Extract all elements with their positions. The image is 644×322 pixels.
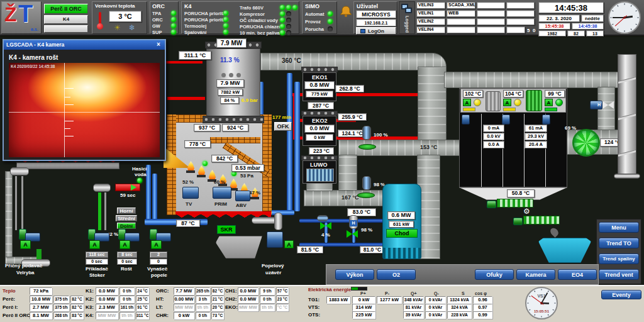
close-icon[interactable]: × xyxy=(157,41,160,48)
furnace-temp-842: 842 °C xyxy=(211,155,238,162)
id-fan-icon[interactable] xyxy=(572,129,600,157)
fan-prim-motor-icon[interactable] xyxy=(213,187,231,199)
trafo-led3 xyxy=(292,5,297,10)
cyclone-dot xyxy=(229,73,233,77)
trend-spaliny-button[interactable]: Trend spaliny xyxy=(599,253,639,264)
eventy-button[interactable]: Eventy xyxy=(601,290,641,299)
trend-vent-button[interactable]: Trend vent xyxy=(599,269,639,280)
grate-middle-button[interactable]: Střední xyxy=(116,215,137,221)
esp-hopper-temp: 50.8 °C xyxy=(507,189,535,197)
plant-select-button[interactable]: Perč II ORC xyxy=(44,4,88,14)
esp-auto-1[interactable]: A xyxy=(463,99,471,106)
feeder3-auto-box[interactable]: A xyxy=(119,240,130,249)
eko2-kw: 0 kW xyxy=(306,134,333,141)
flue-duct-top-right xyxy=(444,72,621,88)
k4-item-porucha1: PORUCHA priorita1 xyxy=(184,11,228,16)
eko1-mw: 0.8 MW xyxy=(304,81,335,89)
gear-icon: ⚙ xyxy=(523,207,530,216)
scada-screen: { "header": { "logo_z": "Ž", "logo_t": "… xyxy=(0,0,644,322)
ash-gate-pump-icon[interactable] xyxy=(267,231,283,248)
furnace-temp-924: 924 °C xyxy=(222,124,248,131)
empty-select-button[interactable] xyxy=(44,25,88,33)
heat-row-label: Perč: xyxy=(3,296,15,302)
feeder4-auto-box[interactable]: A xyxy=(151,240,162,249)
stack-valve-motor-icon[interactable]: H xyxy=(590,101,602,109)
power-table-title: Elektrická energie xyxy=(308,287,351,292)
camera-overlay-timestamp: K4 2020/03/22 14:45:38 xyxy=(11,64,55,69)
valve-small-disc xyxy=(320,222,326,230)
ofk-button[interactable]: OFK xyxy=(274,122,292,131)
camera-window[interactable]: LGSCADA - K4 kamera × K4 - kamera rošt K… xyxy=(3,39,166,161)
logon-button[interactable]: LogOn xyxy=(356,27,396,35)
feeder4-label-2: popele xyxy=(151,272,167,278)
esp-a-right: 20.4 A xyxy=(525,141,547,148)
valve-small-disc xyxy=(326,222,331,230)
feeder1-auto-box[interactable]: A xyxy=(20,240,31,249)
damper2-actuator-icon[interactable] xyxy=(362,176,371,190)
fan-abv-motor-icon[interactable] xyxy=(235,191,250,201)
oc-vody-led2 xyxy=(286,18,291,23)
skr-box[interactable]: SKR xyxy=(217,225,236,234)
camera-titlebar[interactable]: LGSCADA - K4 kamera × xyxy=(4,40,165,50)
alarm-bell-icon[interactable] xyxy=(340,5,352,18)
chimney xyxy=(618,54,636,175)
ash-screw-motor-2 xyxy=(513,218,523,225)
power-header: S xyxy=(462,291,465,296)
unit-select-button[interactable]: K4 xyxy=(44,15,88,24)
furnace-draft-mbar: 0.53 mbar xyxy=(231,164,264,172)
kamera-button[interactable]: Kamera xyxy=(516,269,555,280)
mid-cell: 21 °C xyxy=(211,296,224,303)
feeder2-auto-box[interactable]: A xyxy=(89,240,100,249)
provoz-led xyxy=(328,19,333,24)
ofuky-button[interactable]: Ofuky xyxy=(475,269,514,280)
power-cell-cos: 0.96 xyxy=(473,296,492,304)
valve-small-actuator-icon[interactable] xyxy=(317,215,328,221)
esp-rapper-motor-icon xyxy=(462,114,470,125)
grate-upper-button[interactable]: Horní xyxy=(117,208,136,214)
menu-button[interactable]: Menu xyxy=(599,222,639,233)
user-panel-title: Uživatel xyxy=(357,3,378,9)
trend-to-button[interactable]: Trend TO xyxy=(599,238,639,248)
camera-tick xyxy=(65,136,74,136)
ch-cell: 0.0 MW xyxy=(238,296,258,303)
feeder4-label-1: Vynašeč xyxy=(147,266,167,272)
clock-date: 22. 3. 2020 xyxy=(538,14,580,22)
ash-pipe-left xyxy=(5,171,13,262)
flue-duct-360-temp: 360 °C xyxy=(282,57,301,64)
heat-cell: 83 °C xyxy=(70,312,84,319)
eo4-button[interactable]: EO4 xyxy=(558,269,597,280)
o2-button[interactable]: O2 xyxy=(377,269,416,280)
esp-auto-3[interactable]: A xyxy=(545,99,553,106)
k-cell: 24 °C xyxy=(136,287,149,295)
k-cell: 2.3 MW xyxy=(96,304,118,311)
feeder2-timer-2: 0 sec xyxy=(86,258,108,265)
cyclone-percent: 11.3 % xyxy=(220,57,240,64)
ash-gate-cylinder-h xyxy=(252,217,277,224)
fire-water-valve[interactable] xyxy=(115,184,140,191)
ash-gate-auto-box[interactable]: A xyxy=(284,240,294,248)
k-cell: 91 °C xyxy=(136,304,149,311)
fan-tv-motor-icon[interactable] xyxy=(182,187,199,199)
feeder3-timer-1: 8 sec xyxy=(117,252,137,258)
grate-lower-button[interactable]: Dolní xyxy=(117,223,136,229)
k-cell: 311 °C xyxy=(136,312,149,319)
valve-h-disc xyxy=(347,230,352,238)
transformer-gray-icon xyxy=(486,91,501,111)
k4-item-oc-vody: OČ chladící vody xyxy=(240,18,278,23)
k-row-label: K4: xyxy=(86,313,94,318)
esp-bar-3 xyxy=(545,108,557,111)
vykon-button[interactable]: Výkon xyxy=(335,269,374,280)
clock-day: neděle xyxy=(581,14,604,22)
mid-row-label: ORC: xyxy=(156,288,169,294)
feeder4-timer-2: 0 xyxy=(150,258,167,265)
fire-water-sec: 59 sec xyxy=(120,192,135,198)
terminal-app xyxy=(447,18,475,25)
ch-cell: 0 t/h xyxy=(260,296,275,303)
ash-gate-cylinder-v xyxy=(274,213,282,230)
terminals-table: VELIN3 SCADA_XML VELIN1 WEB VELIN2 VELIN… xyxy=(416,1,536,34)
esp-auto-2[interactable]: A xyxy=(503,99,511,106)
damper1-actuator-icon[interactable] xyxy=(362,126,371,140)
termoolej-led xyxy=(223,23,228,28)
water-pipe xyxy=(146,165,151,220)
kompresor-led xyxy=(280,11,285,16)
